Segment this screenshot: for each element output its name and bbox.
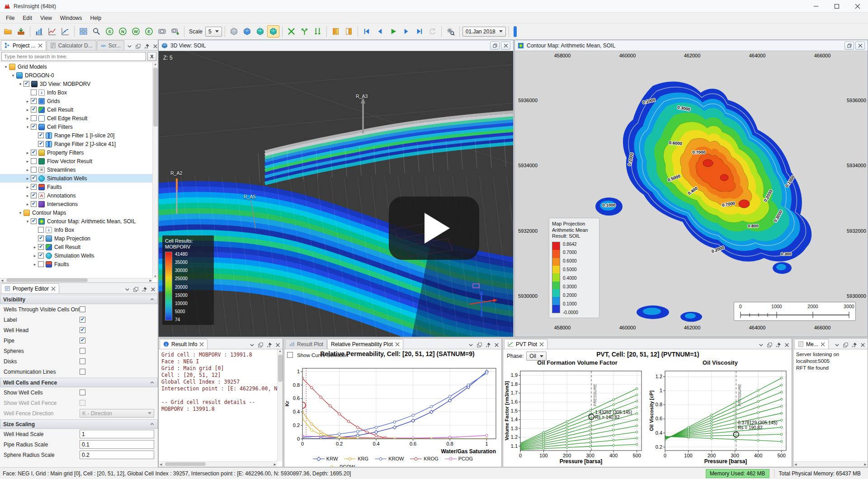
spheres-checkbox[interactable]	[80, 348, 85, 354]
tab-project[interactable]: Project ...	[1, 40, 46, 50]
expander-icon[interactable]: ▸	[24, 116, 31, 121]
menu-help[interactable]: Help	[86, 14, 106, 23]
chevron-down-icon[interactable]	[123, 285, 131, 293]
legend-item-pcog[interactable]: PCOG	[445, 456, 473, 461]
result-info-text[interactable]: Grid cell : MOBPORV : 13991.8Face : NEG …	[159, 349, 283, 467]
tree-item-faults[interactable]: ▸ Faults	[0, 260, 158, 268]
communication-lines-checkbox[interactable]	[80, 369, 85, 375]
new-plot-main-window-button[interactable]	[46, 25, 58, 38]
expander-icon[interactable]: ▸	[32, 262, 38, 267]
well-head-checkbox[interactable]	[80, 327, 85, 333]
pin-icon[interactable]	[850, 341, 858, 349]
tree-item-cell-result[interactable]: ▸ Cell Result	[0, 105, 158, 114]
chevron-down-icon[interactable]	[248, 341, 256, 349]
animation-play-button[interactable]	[387, 25, 399, 38]
tree-checkbox[interactable]	[31, 107, 37, 113]
relperm-chart[interactable]: 00.20.40.60.8100.20.40.60.81Water/Gas Sa…	[284, 365, 501, 455]
contour-map-titlebar[interactable]: Contour Map: Arithmetic Mean, SOIL	[515, 40, 868, 51]
scrollbar-thumb[interactable]	[6, 278, 88, 282]
close-icon[interactable]	[855, 42, 865, 50]
float-icon[interactable]	[475, 341, 483, 349]
close-icon[interactable]	[539, 342, 544, 347]
restore-icon[interactable]	[490, 42, 500, 50]
tree-checkbox[interactable]	[38, 235, 44, 241]
pin-icon[interactable]	[774, 341, 782, 349]
close-icon[interactable]	[492, 341, 500, 349]
expander-icon[interactable]: ▾	[24, 219, 31, 224]
tree-item-range-filter-2-j-slice-41[interactable]: Range Filter 2 [J-slice 41]	[0, 140, 158, 148]
expander-icon[interactable]: ▸	[24, 202, 31, 207]
tree-item-flow-vector-result[interactable]: ▸ Flow Vector Result	[0, 157, 158, 165]
new-summary-plot-button[interactable]	[59, 25, 71, 38]
tree-item-cell-edge-result[interactable]: ▸ Cell Edge Result	[0, 114, 158, 122]
tab-calculator-d[interactable]: Calculator D...	[47, 40, 96, 50]
section-well-cells-and-fence[interactable]: Well Cells and Fence	[0, 378, 158, 387]
show-well-cells-checkbox[interactable]	[80, 390, 85, 395]
chevron-down-icon[interactable]	[467, 341, 475, 349]
tree-checkbox[interactable]	[38, 261, 44, 267]
close-icon[interactable]	[199, 342, 204, 347]
minimize-button[interactable]	[806, 0, 826, 13]
chevron-down-icon[interactable]	[757, 341, 765, 349]
expander-icon[interactable]: ▸	[24, 185, 31, 189]
tree-checkbox[interactable]	[31, 158, 37, 164]
tree-item-intersections[interactable]: ▸ Intersections	[0, 200, 158, 208]
tree-checkbox[interactable]	[31, 218, 37, 224]
chevron-down-icon[interactable]	[833, 341, 841, 349]
animation-skip-to-start-button[interactable]	[361, 25, 373, 38]
sphere-radius-scale-input[interactable]	[80, 451, 154, 459]
menu-file[interactable]: File	[2, 14, 19, 23]
tree-checkbox[interactable]	[31, 201, 37, 207]
contour-map-view[interactable]: 0.10000.30000.60000.70000.20000.10000.50…	[515, 51, 868, 337]
view-from-south-button[interactable]: S	[104, 25, 116, 38]
show-overlay-column-button[interactable]	[330, 25, 342, 38]
messages-text[interactable]: Server listening on localhost:5005 RFT f…	[793, 349, 868, 467]
scale-dropdown[interactable]: 5	[205, 27, 222, 37]
collapse-icon[interactable]	[150, 422, 155, 427]
tree-checkbox[interactable]	[31, 184, 37, 190]
tree-item-drogon-0[interactable]: ▾ DROGON-0	[0, 71, 158, 80]
chevron-down-icon[interactable]	[125, 42, 133, 50]
close-button[interactable]	[847, 0, 868, 13]
float-icon[interactable]	[765, 341, 774, 349]
animation-play-forward-button[interactable]	[400, 25, 412, 38]
tree-item-contour-map-arithmetic-mean-soil[interactable]: ▾ Contour Map: Arithmetic Mean, SOIL	[0, 217, 158, 225]
expander-icon[interactable]: ▸	[32, 254, 38, 258]
tree-checkbox[interactable]	[31, 115, 37, 121]
tree-search-input[interactable]	[1, 52, 146, 61]
tree-item-cell-result[interactable]: ▸ Cell Result	[0, 243, 158, 251]
tab-result-info[interactable]: i Result Info	[160, 339, 208, 349]
tree-checkbox[interactable]	[38, 141, 44, 147]
vertical-scrollbar[interactable]: ▲	[277, 349, 283, 461]
animation-skip-to-end-button[interactable]	[413, 25, 425, 38]
animation-settings-button[interactable]	[444, 25, 457, 38]
menu-view[interactable]: View	[36, 14, 56, 23]
view-from-west-button[interactable]: W	[130, 25, 142, 38]
wells-through-visible-cells-only-checkbox[interactable]	[80, 306, 85, 312]
draw-style-mesh-button[interactable]	[228, 25, 240, 38]
well-fence-direction-dropdown[interactable]: K - Direction	[80, 409, 154, 418]
horizontal-scrollbar[interactable]: ◀▶	[159, 461, 277, 467]
3d-viewport[interactable]: Z: 5 R_A2 R_A3 R_A5 Cell Results: MOBPOR…	[159, 51, 513, 337]
tree-item-streamlines[interactable]: ▸ ✕ Streamlines	[0, 165, 158, 174]
section-visibility[interactable]: Visibility	[0, 295, 158, 304]
tree-item-simulation-wells[interactable]: ▸ Simulation Wells	[0, 251, 158, 260]
timestep-dropdown[interactable]: 01.Jan 2018	[462, 27, 506, 37]
tile-windows-button[interactable]	[77, 25, 90, 38]
tree-item-grid-models[interactable]: ▾ Grid Models	[0, 62, 158, 71]
pin-icon[interactable]	[484, 341, 492, 349]
tree-item-range-filter-1-i-slice-20[interactable]: Range Filter 1 [I-slice 20]	[0, 131, 158, 140]
close-icon[interactable]	[51, 286, 56, 291]
tree-item-cell-filters[interactable]: ▾ Cell Filters	[0, 122, 158, 131]
disks-checkbox[interactable]	[80, 358, 85, 364]
tab-property-editor[interactable]: Property Editor	[1, 283, 59, 293]
show-faults-only-button[interactable]	[267, 25, 279, 38]
tree-item-faults[interactable]: ▸ Faults	[0, 183, 158, 191]
legend-item-krw[interactable]: KRW	[313, 456, 338, 461]
pin-icon[interactable]	[142, 42, 151, 50]
menu-windows[interactable]: Windows	[56, 14, 86, 23]
tree-checkbox[interactable]	[31, 124, 37, 130]
snapshot-view-button[interactable]	[156, 25, 168, 38]
expander-icon[interactable]: ▸	[24, 150, 31, 155]
horizontal-scrollbar[interactable]: ◀▶	[793, 461, 868, 467]
